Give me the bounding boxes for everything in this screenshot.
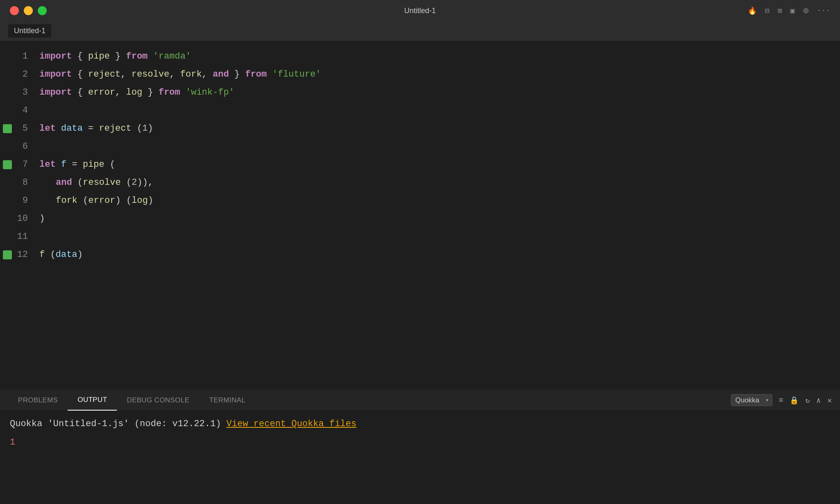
line-number-9: 9 — [15, 192, 39, 210]
green-dot-5 — [3, 124, 12, 133]
line-number-10: 10 — [15, 210, 39, 228]
code-line-5: 5 let data = reject (1) — [0, 120, 840, 138]
code-content-1[interactable]: import { pipe } from 'ramda' — [39, 48, 840, 66]
code-content-2[interactable]: import { reject, resolve, fork, and } fr… — [39, 66, 840, 84]
panel-tabs: PROBLEMS OUTPUT DEBUG CONSOLE TERMINAL Q… — [0, 390, 840, 411]
code-line-8: 8 and (resolve (2)), — [0, 174, 840, 192]
code-content-8[interactable]: and (resolve (2)), — [39, 174, 840, 192]
split-screen-icon[interactable]: ⊟ — [765, 6, 769, 15]
code-content-12[interactable]: f (data) — [39, 246, 840, 264]
code-line-3: 3 import { error, log } from 'wink-fp' — [0, 84, 840, 102]
line-number-12: 12 — [15, 246, 39, 264]
minimize-button[interactable] — [24, 6, 33, 15]
code-line-11: 11 — [0, 228, 840, 246]
code-content-3[interactable]: import { error, log } from 'wink-fp' — [39, 84, 840, 102]
bottom-panel: PROBLEMS OUTPUT DEBUG CONSOLE TERMINAL Q… — [0, 389, 840, 504]
code-line-2: 2 import { reject, resolve, fork, and } … — [0, 66, 840, 84]
code-line-9: 9 fork (error) (log) — [0, 192, 840, 210]
window-title: Untitled-1 — [404, 7, 436, 15]
line-indicator-7 — [0, 160, 15, 169]
quokka-select[interactable]: Quokka — [731, 394, 772, 406]
code-line-4: 4 — [0, 102, 840, 120]
output-line-numbers: 1 — [10, 437, 830, 447]
layout-icon[interactable]: ⊞ — [778, 6, 782, 15]
line-number-2: 2 — [15, 66, 39, 84]
line-number-7: 7 — [15, 156, 39, 174]
tab-debug-console[interactable]: DEBUG CONSOLE — [117, 390, 199, 411]
line-number-8: 8 — [15, 174, 39, 192]
code-line-10: 10 ) — [0, 210, 840, 228]
code-line-6: 6 — [0, 138, 840, 156]
code-container: 1 import { pipe } from 'ramda' 2 import … — [0, 41, 840, 389]
tab-problems[interactable]: PROBLEMS — [8, 390, 68, 411]
title-bar-actions: 🔥 ⊟ ⊞ ▣ ··· — [748, 6, 830, 15]
tab-bar: Untitled-1 — [0, 21, 840, 41]
panel-tab-actions: Quokka ▾ ≡ 🔒 ↻ ∧ ✕ — [731, 394, 832, 406]
sidebar-icon[interactable]: ▣ — [790, 6, 795, 15]
output-line-number-1: 1 — [10, 437, 15, 447]
code-line-12: 12 f (data) — [0, 246, 840, 264]
traffic-lights — [10, 6, 47, 15]
line-number-4: 4 — [15, 102, 39, 120]
panel-content: Quokka 'Untitled-1.js' (node: v12.22.1) … — [0, 411, 840, 504]
quokka-select-wrapper: Quokka ▾ — [731, 394, 772, 406]
code-content-10[interactable]: ) — [39, 210, 840, 228]
more-options-icon[interactable]: ··· — [817, 7, 830, 15]
filter-icon[interactable]: ≡ — [779, 396, 783, 404]
close-panel-icon[interactable]: ✕ — [827, 396, 832, 405]
chevron-up-icon[interactable]: ∧ — [816, 396, 821, 405]
title-bar: Untitled-1 🔥 ⊟ ⊞ ▣ ··· — [0, 0, 840, 21]
refresh-icon[interactable]: ↻ — [805, 396, 810, 405]
green-dot-7 — [3, 160, 12, 169]
lock-icon[interactable]: 🔒 — [790, 396, 799, 405]
line-number-1: 1 — [15, 48, 39, 66]
output-link[interactable]: View recent Quokka files — [226, 419, 356, 429]
line-indicator-12 — [0, 250, 15, 259]
line-number-5: 5 — [15, 120, 39, 138]
code-content-5[interactable]: let data = reject (1) — [39, 120, 840, 138]
line-number-3: 3 — [15, 84, 39, 102]
tab-terminal[interactable]: TERMINAL — [199, 390, 256, 411]
output-static-text: Quokka 'Untitled-1.js' (node: v12.22.1) — [10, 419, 226, 429]
line-number-6: 6 — [15, 138, 39, 156]
maximize-button[interactable] — [38, 6, 47, 15]
editor-tab[interactable]: Untitled-1 — [8, 24, 51, 38]
tab-output[interactable]: OUTPUT — [68, 390, 117, 411]
line-number-11: 11 — [15, 228, 39, 246]
close-button[interactable] — [10, 6, 19, 15]
editor-area: 1 import { pipe } from 'ramda' 2 import … — [0, 41, 840, 389]
code-line-7: 7 let f = pipe ( — [0, 156, 840, 174]
code-content-7[interactable]: let f = pipe ( — [39, 156, 840, 174]
green-dot-12 — [3, 250, 12, 259]
code-content-9[interactable]: fork (error) (log) — [39, 192, 840, 210]
line-indicator-5 — [0, 124, 15, 133]
output-text: Quokka 'Untitled-1.js' (node: v12.22.1) … — [10, 419, 830, 429]
status-dot — [803, 8, 809, 14]
flame-icon[interactable]: 🔥 — [748, 6, 757, 15]
code-line-1: 1 import { pipe } from 'ramda' — [0, 48, 840, 66]
